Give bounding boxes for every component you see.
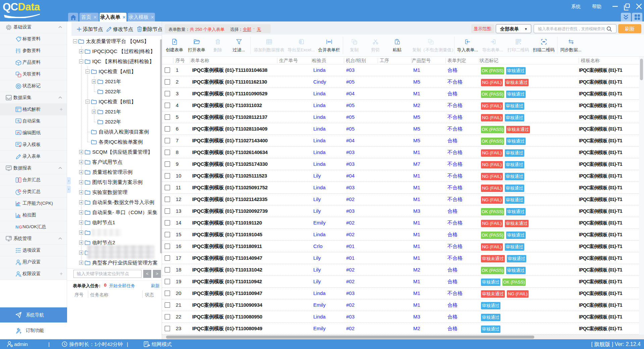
svg-text:N: N — [15, 225, 18, 230]
svg-text:G: G — [19, 225, 22, 230]
